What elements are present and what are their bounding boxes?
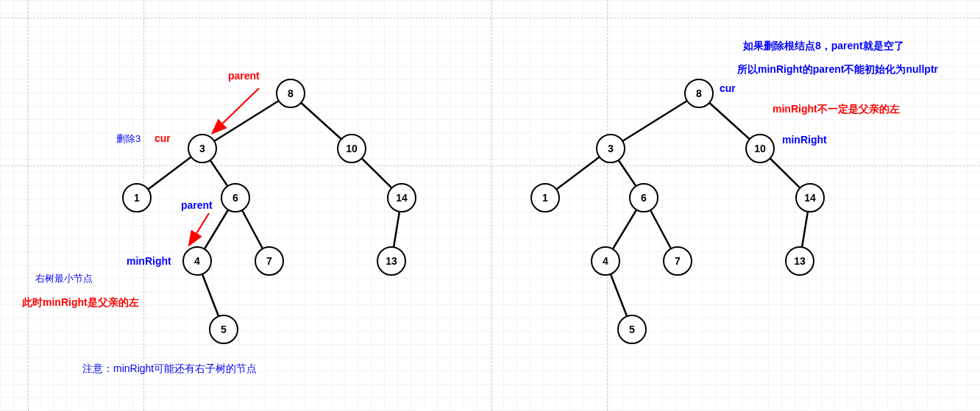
svg-line-10 bbox=[213, 88, 259, 132]
label-delete3: 删除3 bbox=[116, 132, 141, 146]
node-8-r: 8 bbox=[684, 79, 714, 108]
label-note: 注意：minRight可能还有右子树的节点 bbox=[82, 362, 257, 376]
label-cur-r: cur bbox=[720, 82, 736, 94]
node-7-r: 7 bbox=[663, 246, 692, 276]
label-parent-mid: parent bbox=[181, 199, 213, 211]
node-4: 4 bbox=[182, 246, 212, 276]
label-is-left: 此时minRight是父亲的左 bbox=[22, 296, 139, 310]
label-minright-left: minRight bbox=[127, 255, 171, 267]
node-5: 5 bbox=[209, 315, 238, 344]
node-5-r: 5 bbox=[617, 315, 647, 344]
label-line3: minRight不一定是父亲的左 bbox=[773, 103, 900, 116]
node-6: 6 bbox=[221, 183, 250, 212]
node-7: 7 bbox=[255, 246, 284, 276]
node-1-r: 1 bbox=[530, 183, 560, 212]
node-13: 13 bbox=[377, 246, 406, 276]
node-14-r: 14 bbox=[795, 183, 825, 212]
label-cur: cur bbox=[155, 132, 171, 144]
node-3: 3 bbox=[188, 134, 217, 163]
label-right-tree-min: 右树最小节点 bbox=[35, 272, 93, 285]
node-8: 8 bbox=[276, 79, 305, 108]
node-10-r: 10 bbox=[745, 134, 775, 163]
label-line2: 所以minRight的parent不能初始化为nullptr bbox=[737, 63, 938, 76]
node-3-r: 3 bbox=[596, 134, 625, 163]
label-parent-top: parent bbox=[228, 70, 260, 82]
label-minright-r: minRight bbox=[782, 134, 827, 146]
node-14: 14 bbox=[387, 183, 416, 212]
node-4-r: 4 bbox=[591, 246, 620, 276]
svg-line-1 bbox=[202, 93, 291, 149]
label-line1: 如果删除根结点8，parent就是空了 bbox=[743, 40, 904, 53]
svg-line-11 bbox=[190, 213, 209, 244]
node-13-r: 13 bbox=[785, 246, 814, 276]
node-6-r: 6 bbox=[629, 183, 658, 212]
node-10: 10 bbox=[337, 134, 366, 163]
svg-line-12 bbox=[611, 93, 699, 149]
node-1: 1 bbox=[122, 183, 152, 212]
